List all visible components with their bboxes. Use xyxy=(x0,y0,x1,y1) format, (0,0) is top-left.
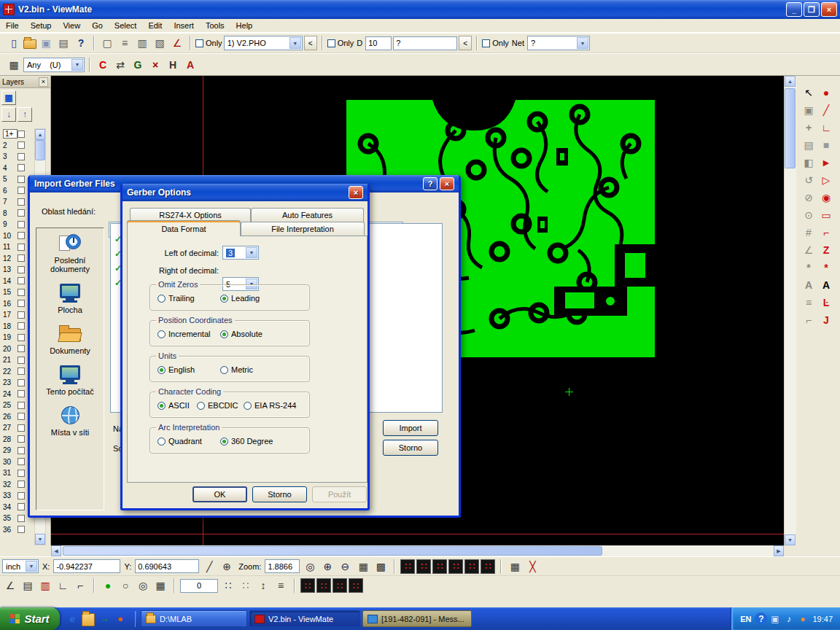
layer-checkbox[interactable] xyxy=(18,503,25,510)
radio-360-degree[interactable]: 360 Degree xyxy=(220,437,273,446)
zoom-out-icon[interactable]: ⊖ xyxy=(337,559,353,575)
dcode-pattern-4-icon[interactable]: ∷ xyxy=(448,559,463,574)
canvas-vscrollbar[interactable]: ▲ ▼ xyxy=(784,76,796,545)
layer-up-icon[interactable]: ↑ xyxy=(18,107,32,122)
menu-edit[interactable]: Edit xyxy=(142,20,168,31)
net-lamp-icon[interactable]: ● xyxy=(100,578,116,594)
print-icon[interactable]: ▤ xyxy=(55,35,71,51)
storno-button[interactable]: Storno xyxy=(252,486,307,502)
probe-on-icon[interactable]: ◎ xyxy=(135,578,151,594)
aperture-shape-combo[interactable]: Any (U) ▼ xyxy=(23,58,85,72)
scroll-up-icon[interactable]: ▲ xyxy=(35,129,45,140)
dot-grid-icon[interactable]: ∷ xyxy=(220,578,236,594)
radio-metric[interactable]: Metric xyxy=(220,365,253,374)
pad-pattern-d-icon[interactable]: ∷ xyxy=(349,578,363,593)
zoom-window-icon[interactable]: ▣ xyxy=(801,102,817,118)
zigzag-tool-icon[interactable]: Z xyxy=(818,242,834,258)
settings-icon[interactable]: * xyxy=(801,260,817,276)
apply-button[interactable]: Použít xyxy=(312,486,367,502)
layers-close-icon[interactable]: × xyxy=(39,77,48,87)
place-recent-documents[interactable]: Poslední dokumenty xyxy=(36,228,104,278)
net-combo[interactable]: ? ▼ xyxy=(527,36,590,50)
menu-tools[interactable]: Tools xyxy=(200,20,230,31)
grid-fine-icon[interactable]: ▦ xyxy=(355,559,371,575)
scroll-down-icon[interactable]: ▼ xyxy=(785,534,796,545)
only-d-checkbox-box[interactable] xyxy=(327,39,335,47)
menu-go[interactable]: Go xyxy=(86,20,109,31)
tab-auto-features[interactable]: Auto Features xyxy=(251,208,364,222)
gerber-dialog-titlebar[interactable]: Gerber Options × xyxy=(122,184,368,201)
layer-checkbox[interactable] xyxy=(18,153,25,160)
menu-select[interactable]: Select xyxy=(109,20,143,31)
layer-checkbox[interactable] xyxy=(18,300,25,307)
text-a-icon[interactable]: A xyxy=(182,57,198,73)
radio-ascii[interactable]: ASCII xyxy=(158,401,190,410)
scroll-down-icon[interactable]: ▼ xyxy=(35,534,45,545)
place-network[interactable]: Místa v síti xyxy=(36,400,104,441)
layer-combo[interactable]: 1) V2.PHO ▼ xyxy=(224,36,303,50)
radio-quadrant[interactable]: Quadrant xyxy=(158,437,202,446)
text-label-icon[interactable]: A xyxy=(801,277,817,293)
help-button[interactable]: ? xyxy=(423,177,438,190)
film-negative-icon[interactable]: ▥ xyxy=(37,578,53,594)
context-help-icon[interactable]: ? xyxy=(73,35,89,51)
scroll-left-icon[interactable]: ◀ xyxy=(51,545,61,556)
report-icon[interactable]: ▧ xyxy=(152,35,168,51)
grid-coarse-icon[interactable]: ▩ xyxy=(373,559,389,575)
close-button[interactable]: × xyxy=(440,177,454,190)
text-tool-icon[interactable]: A xyxy=(818,277,834,293)
film-icon[interactable]: ▦ xyxy=(6,57,22,73)
layer-down-icon[interactable]: ↓ xyxy=(1,107,16,122)
layer-checkbox[interactable] xyxy=(18,368,25,375)
scroll-thumb[interactable] xyxy=(35,140,45,160)
place-my-computer[interactable]: Tento počítač xyxy=(36,359,104,400)
dcode-input[interactable]: 10 xyxy=(365,36,392,50)
layer-checkbox[interactable] xyxy=(18,322,25,330)
polyline-tool-icon[interactable]: ∟ xyxy=(818,120,834,136)
menu-insert[interactable]: Insert xyxy=(168,20,200,31)
layer-checkbox[interactable] xyxy=(18,187,25,194)
layer-checkbox[interactable] xyxy=(18,131,25,138)
pad-pattern-a-icon[interactable]: ∷ xyxy=(300,578,315,593)
layer-checkbox[interactable] xyxy=(18,424,25,432)
messenger-icon[interactable]: ? xyxy=(755,612,767,625)
restore-button[interactable]: ❐ xyxy=(804,2,820,17)
pad-pattern-c-icon[interactable]: ∷ xyxy=(332,578,347,593)
chevron-down-icon[interactable]: ▼ xyxy=(289,37,301,49)
layer-checkbox[interactable] xyxy=(18,492,25,499)
tab-file-interpretation[interactable]: File Interpretation xyxy=(241,222,365,236)
storno-button[interactable]: Storno xyxy=(383,440,438,456)
layer-checkbox[interactable] xyxy=(18,254,25,262)
film-box-icon[interactable]: ▤ xyxy=(801,137,817,153)
highlight-net-icon[interactable]: ⊙ xyxy=(801,207,817,223)
layer-row[interactable]: 36 xyxy=(0,524,34,536)
layer-checkbox[interactable] xyxy=(18,435,25,443)
ie-icon[interactable]: e xyxy=(66,612,79,626)
only-d-checkbox[interactable]: Only xyxy=(327,39,354,47)
taskbar-task-message[interactable]: [191-482-091] - Mess... xyxy=(362,610,472,627)
layer-checkbox[interactable] xyxy=(18,334,25,341)
gerber-g-icon[interactable]: G xyxy=(130,57,146,73)
left-of-decimal-select[interactable]: 3 ▼ xyxy=(222,246,259,260)
layer-checkbox[interactable] xyxy=(18,413,25,420)
minimize-button[interactable]: _ xyxy=(786,2,802,17)
layer-checkbox[interactable] xyxy=(18,221,25,228)
flag-icon[interactable]: ⌐ xyxy=(801,312,817,328)
scroll-up-icon[interactable]: ▲ xyxy=(785,76,796,87)
layer-checkbox[interactable] xyxy=(18,345,25,352)
chevron-down-icon[interactable]: ▼ xyxy=(577,37,588,49)
radio-english[interactable]: English xyxy=(158,365,195,374)
ruler-icon[interactable]: ≡ xyxy=(801,295,817,311)
security-icon[interactable]: ● xyxy=(796,612,809,625)
volume-icon[interactable]: ♪ xyxy=(782,612,795,625)
dot-grid-dense-icon[interactable]: ∷ xyxy=(238,578,254,594)
select-area-icon[interactable]: ▢ xyxy=(99,35,115,51)
grid-display-icon[interactable]: ▦ xyxy=(152,578,168,594)
radio-ebcdic[interactable]: EBCDIC xyxy=(197,401,238,410)
layer-checkbox[interactable] xyxy=(18,402,25,409)
dcode-filter-input[interactable]: ? xyxy=(393,36,457,50)
radio-absolute[interactable]: Absolute xyxy=(220,330,262,338)
query-dcode-icon[interactable]: ⊘ xyxy=(801,190,817,206)
layer-row[interactable]: 2 xyxy=(0,140,34,152)
chevron-down-icon[interactable]: ▼ xyxy=(71,59,83,71)
